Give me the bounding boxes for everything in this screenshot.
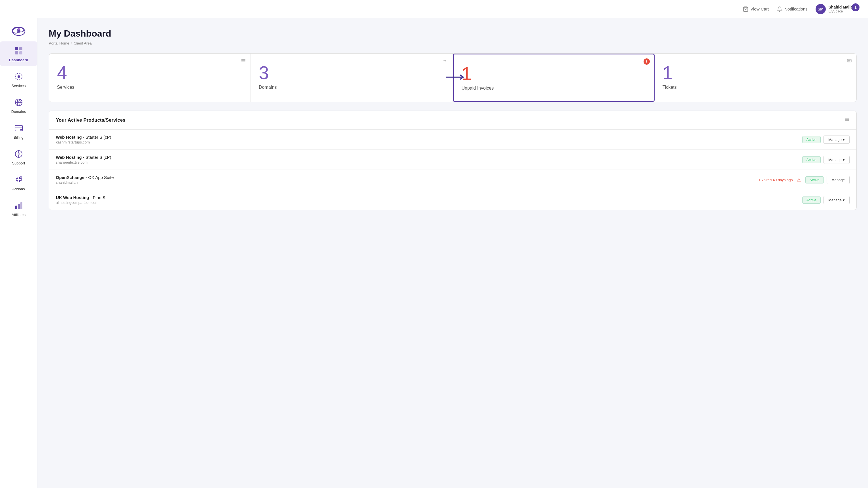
dropdown-arrow-icon: ▾: [843, 138, 845, 142]
view-cart-button[interactable]: View Cart: [743, 6, 769, 12]
support-icon: [13, 149, 24, 160]
product-3-domain: shahidmalla.in: [56, 180, 756, 184]
product-3-name: OpenXchange - OX App Suite: [56, 175, 756, 180]
avatar: SM: [815, 4, 826, 14]
dropdown-arrow-icon-2: ▾: [843, 157, 845, 162]
svg-rect-11: [18, 76, 20, 78]
product-row-3: OpenXchange - OX App Suite shahidmalla.i…: [49, 170, 857, 190]
product-4-name: UK Web Hosting - Plan S: [56, 195, 799, 200]
main-layout: Dashboard Services www Doma: [0, 18, 868, 488]
products-section-title: Your Active Products/Services: [56, 117, 126, 123]
sidebar-item-domains-label: Domains: [11, 110, 26, 114]
stat-domains[interactable]: 3 Domains: [251, 54, 453, 102]
sidebar-item-dashboard-label: Dashboard: [9, 58, 28, 62]
stat-domains-icon: [443, 58, 448, 65]
exclamation-icon: !: [644, 58, 650, 65]
svg-rect-6: [15, 47, 18, 50]
sidebar-item-addons-label: Addons: [12, 187, 25, 191]
sidebar-item-dashboard[interactable]: Dashboard: [0, 41, 37, 66]
breadcrumb-separator: /: [71, 41, 72, 46]
notification-count-badge: 1: [851, 3, 860, 11]
stat-services[interactable]: 4 Services: [49, 54, 251, 102]
addons-icon: [13, 174, 24, 185]
product-2-domain: shaheentextile.com: [56, 160, 799, 165]
sidebar-item-affiliates[interactable]: Affiliates: [0, 196, 37, 221]
product-4-domain: allhostingcomparison.com: [56, 200, 799, 205]
breadcrumb-home[interactable]: Portal Home: [49, 41, 69, 46]
expired-warning-icon: ⚠: [797, 177, 801, 182]
expired-text-3: Expired 49 days ago: [759, 178, 793, 182]
status-badge-1: Active: [802, 136, 821, 143]
sidebar-logo: [10, 23, 28, 38]
svg-text:www: www: [17, 100, 21, 102]
sidebar-item-billing-label: Billing: [13, 135, 24, 140]
sidebar-item-addons[interactable]: Addons: [0, 170, 37, 195]
sidebar-item-support-label: Support: [12, 161, 25, 165]
manage-button-1[interactable]: Manage ▾: [824, 136, 849, 144]
stat-unpaid-label: Unpaid Invoices: [462, 86, 494, 91]
services-icon: [13, 71, 24, 82]
affiliates-icon: [13, 200, 24, 211]
notifications-button[interactable]: Notifications: [777, 6, 808, 12]
stat-services-icon: [241, 58, 246, 65]
stat-domains-number: 3: [259, 64, 269, 82]
dashboard-icon: [13, 46, 24, 56]
svg-text:$: $: [21, 129, 21, 131]
stat-tickets[interactable]: 1 Tickets: [655, 54, 857, 102]
stat-tickets-number: 1: [662, 64, 673, 82]
domains-icon: www: [13, 97, 24, 108]
manage-button-4[interactable]: Manage ▾: [824, 196, 849, 204]
sidebar-item-services[interactable]: Services: [0, 67, 37, 92]
product-1-name: Web Hosting - Starter S (cP): [56, 135, 799, 140]
topbar: View Cart Notifications SM Shahid Malla …: [0, 0, 868, 18]
product-2-name: Web Hosting - Starter S (cP): [56, 155, 799, 160]
user-name: Shahid Malla: [829, 5, 853, 9]
stat-domains-label: Domains: [259, 85, 277, 90]
svg-rect-29: [15, 206, 17, 209]
status-badge-3: Active: [805, 176, 824, 183]
stat-tickets-icon: [847, 58, 852, 65]
breadcrumb-current: Client Area: [74, 41, 92, 46]
billing-icon: $: [13, 123, 24, 134]
stat-services-number: 4: [57, 64, 67, 82]
svg-rect-17: [15, 127, 22, 128]
status-badge-4: Active: [802, 197, 821, 204]
svg-rect-9: [19, 51, 22, 54]
status-badge-2: Active: [802, 156, 821, 163]
user-sub: ElySpace: [829, 9, 853, 13]
sidebar: Dashboard Services www Doma: [0, 18, 37, 488]
product-row-4: UK Web Hosting - Plan S allhostingcompar…: [49, 190, 857, 210]
notifications-label: Notifications: [784, 6, 808, 11]
svg-rect-8: [15, 51, 18, 54]
svg-point-21: [18, 153, 20, 155]
products-section: Your Active Products/Services Web Hostin…: [49, 111, 857, 210]
stat-services-label: Services: [57, 85, 74, 90]
product-row-2: Web Hosting - Starter S (cP) shaheentext…: [49, 150, 857, 170]
manage-button-2[interactable]: Manage ▾: [824, 156, 849, 164]
stat-tickets-label: Tickets: [662, 85, 677, 90]
page-title: My Dashboard: [49, 28, 857, 39]
dropdown-arrow-icon-4: ▾: [843, 198, 845, 202]
svg-rect-7: [19, 47, 22, 50]
svg-rect-5: [18, 28, 20, 30]
breadcrumb: Portal Home / Client Area: [49, 41, 857, 46]
svg-rect-30: [18, 204, 20, 209]
sidebar-item-domains[interactable]: www Domains: [0, 93, 37, 118]
sidebar-item-billing[interactable]: $ Billing: [0, 119, 37, 143]
svg-rect-31: [21, 202, 22, 209]
product-row-1: Web Hosting - Starter S (cP) kashmirstar…: [49, 130, 857, 150]
sidebar-item-affiliates-label: Affiliates: [11, 213, 26, 217]
products-section-header: Your Active Products/Services: [49, 111, 857, 130]
manage-button-3[interactable]: Manage: [827, 176, 849, 184]
section-menu-icon: [844, 117, 849, 124]
sidebar-item-support[interactable]: Support: [0, 145, 37, 169]
stat-unpaid-invoices[interactable]: ! 1 Unpaid Invoices: [453, 54, 655, 102]
stats-row: 4 Services 3 Domains: [49, 53, 857, 102]
arrow-icon: [445, 73, 466, 82]
product-1-domain: kashmirstartups.com: [56, 140, 799, 144]
svg-rect-37: [847, 59, 851, 62]
sidebar-item-services-label: Services: [11, 84, 26, 88]
content-area: My Dashboard Portal Home / Client Area 4…: [37, 18, 868, 488]
view-cart-label: View Cart: [750, 6, 769, 11]
